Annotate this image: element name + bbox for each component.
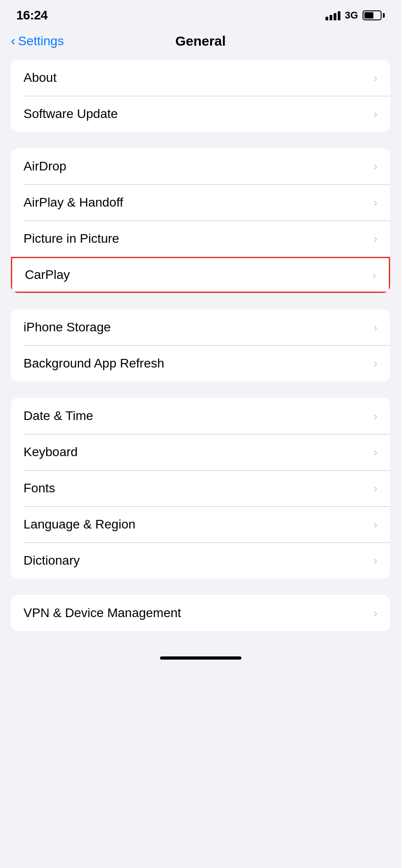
iphone-storage-label: iPhone Storage <box>24 320 111 335</box>
language-region-chevron-icon: › <box>373 518 377 532</box>
home-bar <box>160 656 241 660</box>
dictionary-chevron-icon: › <box>373 554 377 568</box>
row-iphone-storage[interactable]: iPhone Storage › <box>11 309 390 345</box>
airplay-handoff-chevron-icon: › <box>373 196 377 210</box>
row-date-time[interactable]: Date & Time › <box>11 398 390 434</box>
date-time-label: Date & Time <box>24 409 93 423</box>
row-airdrop[interactable]: AirDrop › <box>11 148 390 184</box>
row-background-app-refresh[interactable]: Background App Refresh › <box>11 345 390 382</box>
home-indicator <box>0 647 401 673</box>
fonts-label: Fonts <box>24 481 55 495</box>
airplay-handoff-label: AirPlay & Handoff <box>24 195 123 210</box>
status-icons: 3G <box>326 9 385 21</box>
row-software-update[interactable]: Software Update › <box>11 96 390 132</box>
battery-tip <box>383 13 385 18</box>
row-keyboard[interactable]: Keyboard › <box>11 434 390 470</box>
about-chevron-icon: › <box>373 71 377 85</box>
status-time: 16:24 <box>16 8 47 23</box>
keyboard-label: Keyboard <box>24 445 78 459</box>
airdrop-label: AirDrop <box>24 159 66 174</box>
picture-in-picture-chevron-icon: › <box>373 232 377 246</box>
network-type: 3G <box>345 9 358 21</box>
row-airplay-handoff[interactable]: AirPlay & Handoff › <box>11 184 390 221</box>
software-update-label: Software Update <box>24 107 118 121</box>
section-storage: iPhone Storage › Background App Refresh … <box>11 309 390 382</box>
battery-fill <box>364 12 373 19</box>
language-region-label: Language & Region <box>24 517 136 532</box>
picture-in-picture-label: Picture in Picture <box>24 231 119 246</box>
section-datetime: Date & Time › Keyboard › Fonts › Languag… <box>11 398 390 579</box>
fonts-chevron-icon: › <box>373 481 377 495</box>
signal-bars-icon <box>326 10 340 20</box>
background-app-refresh-label: Background App Refresh <box>24 356 164 371</box>
keyboard-chevron-icon: › <box>373 445 377 459</box>
battery-icon <box>363 10 385 20</box>
airdrop-chevron-icon: › <box>373 160 377 174</box>
back-label: Settings <box>18 34 64 48</box>
settings-container: About › Software Update › AirDrop › AirP… <box>0 60 401 631</box>
back-button[interactable]: ‹ Settings <box>11 34 64 48</box>
row-picture-in-picture[interactable]: Picture in Picture › <box>11 221 390 257</box>
status-bar: 16:24 3G <box>0 0 401 27</box>
row-about[interactable]: About › <box>11 60 390 96</box>
page-title: General <box>175 33 226 49</box>
signal-bar-2 <box>330 15 332 20</box>
about-label: About <box>24 71 57 85</box>
nav-header: ‹ Settings General <box>0 27 401 60</box>
row-language-region[interactable]: Language & Region › <box>11 506 390 542</box>
section-airdrop: AirDrop › AirPlay & Handoff › Picture in… <box>11 148 390 293</box>
back-chevron-icon: ‹ <box>11 33 15 48</box>
vpn-device-management-chevron-icon: › <box>373 606 377 620</box>
signal-bar-3 <box>334 13 336 20</box>
row-vpn-device-management[interactable]: VPN & Device Management › <box>11 595 390 631</box>
section-about: About › Software Update › <box>11 60 390 132</box>
battery-body <box>363 10 382 20</box>
background-app-refresh-chevron-icon: › <box>373 357 377 371</box>
date-time-chevron-icon: › <box>373 409 377 423</box>
row-carplay[interactable]: CarPlay › <box>11 257 390 293</box>
carplay-label: CarPlay <box>25 268 70 282</box>
software-update-chevron-icon: › <box>373 107 377 121</box>
section-vpn: VPN & Device Management › <box>11 595 390 631</box>
carplay-chevron-icon: › <box>372 268 376 282</box>
iphone-storage-chevron-icon: › <box>373 321 377 335</box>
signal-bar-4 <box>338 11 340 20</box>
row-fonts[interactable]: Fonts › <box>11 470 390 506</box>
row-dictionary[interactable]: Dictionary › <box>11 542 390 579</box>
dictionary-label: Dictionary <box>24 553 80 568</box>
signal-bar-1 <box>326 17 328 20</box>
vpn-device-management-label: VPN & Device Management <box>24 606 181 620</box>
